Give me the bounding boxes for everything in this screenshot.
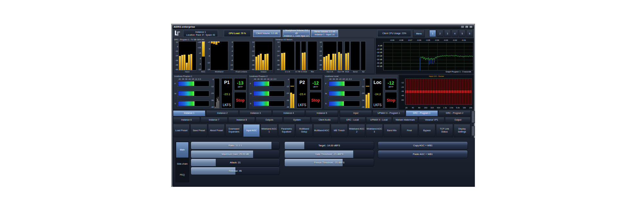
scale-tick: -24 [188, 78, 191, 80]
tab-wideband-agc-2[interactable]: Wideband AGC 2 [348, 124, 365, 137]
preset-button-5[interactable]: 5 [459, 30, 466, 37]
measure-status-box[interactable]: Stop [309, 92, 322, 108]
tab-instance-7[interactable]: Instance 7 [201, 117, 228, 123]
slider-target[interactable]: Target: -14.00 dBFS [284, 141, 374, 150]
tab-final[interactable]: Final [401, 124, 418, 137]
tab-nielsen-watermark[interactable]: Nielsen Watermark [393, 117, 418, 123]
tab-client-audio[interactable]: Client Audio [311, 117, 338, 123]
scale-tick: -36 [361, 99, 364, 101]
loudness-bar [328, 101, 360, 106]
preset-button-4[interactable]: 4 [451, 30, 458, 37]
slider-ratio[interactable]: Ratio: 11.1:1 [191, 141, 280, 150]
app-window: AERO.enterprise – ❐ ✕ Instance 1 Locatio… [172, 24, 475, 186]
lkfs-value: -23.1 [223, 93, 230, 96]
paste-agc-wb1-button[interactable]: Paste AGC + WB1 [378, 150, 468, 158]
tab-wideband-agc-1[interactable]: Wideband AGC 1 [260, 124, 277, 137]
short-term-bar [215, 107, 216, 108]
loudness-bar-fill [178, 91, 194, 96]
tab-upmax-ii-local[interactable]: UPMAX II - Local [366, 117, 392, 123]
scale-tick: -24 [263, 78, 266, 80]
graph-x-label: -0:05 [426, 39, 430, 41]
tab-instance-4[interactable]: Instance 4 [272, 110, 305, 116]
tab-about-preset[interactable]: About Preset [208, 124, 225, 137]
slider-gate-threshold[interactable]: Gate Threshold: -21 dBFS [284, 150, 374, 158]
preset-button-2[interactable]: 2 [437, 30, 443, 37]
side-tab-main[interactable]: Main [176, 142, 189, 158]
loudness-bar-row: M [250, 91, 285, 96]
linear-acoustic-logo [174, 30, 181, 37]
slider-attack[interactable]: Attack: 21 [191, 159, 280, 167]
tab-verance-vp1[interactable]: Verance VP1 [419, 117, 444, 123]
tab-output[interactable]: Output [445, 117, 471, 123]
meter-bar [332, 54, 334, 70]
tab-multiband-setup[interactable]: Multiband Setup [296, 124, 312, 137]
tab-bypass[interactable]: Bypass [419, 124, 435, 137]
scale-tick: -24 [338, 78, 341, 80]
tab-instance-2[interactable]: Instance 2 [206, 110, 239, 116]
tab-downward-expanders[interactable]: Downward Expanders [225, 124, 242, 137]
measure-status-box[interactable]: Stop [234, 92, 246, 108]
tab-instance-1[interactable]: Instance 1 [173, 110, 205, 116]
io-meter-group: In 1-6 [280, 41, 295, 73]
measure-status-box[interactable]: Stop [385, 92, 397, 108]
menu-button[interactable]: Menu [413, 30, 425, 37]
copy-agc-wb1-button[interactable]: Copy AGC + WB1 [378, 141, 468, 150]
tab-instance-6[interactable]: Instance 6 [173, 117, 200, 123]
loudness-bar-row: F [250, 81, 285, 86]
loudness-bar [177, 81, 209, 86]
headphone-volume-button[interactable]: Headphone Volume: 0.0 dB Instance 1 - Co… [283, 30, 310, 37]
minimize-button[interactable]: – [461, 25, 464, 28]
tab-system[interactable]: System [283, 117, 310, 123]
slider-freeze-threshold[interactable]: Freeze Threshold: -31 dBFS [284, 159, 374, 167]
tab-instance-3[interactable]: Instance 3 [239, 110, 272, 116]
loudness-bar [328, 81, 360, 86]
tab-tcp-link-status[interactable]: TCP Link Status [436, 124, 453, 137]
loudness-trace [420, 55, 473, 60]
tab-upmax-ii-program-1[interactable]: UPMAX II - Program 1 [373, 110, 405, 116]
meter-section: +60-6-12-18Multiband [206, 41, 228, 73]
loudness-graph-panel: -6 dB-12 dB-18 dB-24 dB-30 dB-36 dB-42 d… [376, 38, 474, 74]
preset-button-6[interactable]: 6 [466, 30, 473, 37]
slider-maximum-gain[interactable]: Maximum Gain: 25.00 dB [191, 150, 280, 158]
preset-button-3[interactable]: 3 [444, 30, 451, 37]
tab-drc-program-1[interactable]: DRC - Program 1 [406, 110, 438, 116]
tabstrip-drag-grip[interactable] [471, 111, 475, 123]
slider-release[interactable]: Release: 45 [191, 167, 280, 175]
true-peak-value: -13 [237, 81, 243, 86]
tab-multiband-agc[interactable]: Multiband AGC [313, 124, 330, 137]
loudness-bar-row: F [175, 81, 209, 86]
spectrum-y-label: -48 [401, 95, 404, 96]
tab-input[interactable]: Input [340, 110, 372, 116]
loudness-h-scale: -42-36-30-24-18-12-60 [253, 78, 276, 80]
scale-tick: 12 [277, 41, 279, 43]
processtabs-drag-grip[interactable] [471, 126, 475, 136]
tab-wideband-agc-3[interactable]: Wideband AGC 3 [366, 124, 383, 137]
tab-drc-local[interactable]: DRC - Local [340, 117, 365, 123]
restore-button[interactable]: ❐ [465, 25, 469, 28]
tab-instance-5[interactable]: Instance 5 [306, 110, 338, 116]
loudness-bar-label: F [250, 83, 253, 85]
tab-parametric-equalizer[interactable]: Parametric Equalizer [278, 124, 295, 137]
tab-mb-thresh[interactable]: MB Thresh [331, 124, 347, 137]
meter-label: In 9/10 [301, 70, 307, 73]
tab-display-settings[interactable]: Display Settings [454, 124, 470, 137]
program-id: P2 [299, 80, 305, 85]
tab-outputs[interactable]: Outputs [256, 117, 283, 123]
drc-panel-title: DRC - Program 1 - TV 5B GEN (M) [174, 39, 204, 41]
stereo-volume-button[interactable]: Stereo Volume: 0.0 dB Instance 1 - Input… [311, 30, 338, 37]
scale-tick: -48 [361, 106, 364, 108]
tab-load-preset[interactable]: Load Preset [173, 124, 190, 137]
preset-button-1[interactable]: 1 [429, 30, 436, 37]
tab-drc-program-2[interactable]: DRC - Program 2 [439, 110, 471, 116]
tab-instance-8[interactable]: Instance 8 [228, 117, 255, 123]
spectrum-x-label: 80 [418, 107, 421, 109]
scale-tick: -36 [181, 78, 184, 80]
client-volume-button[interactable]: Client Volume: 0.0 dB [253, 30, 280, 37]
side-tab-side-chain[interactable]: Side-chain [176, 158, 189, 170]
tab-save-preset[interactable]: Save Preset [190, 124, 207, 137]
spectrum-band [405, 90, 472, 93]
close-button[interactable]: ✕ [469, 25, 473, 28]
side-tab-peq[interactable]: PEQ [176, 170, 189, 180]
tab-band-mix[interactable]: Band Mix [384, 124, 400, 137]
tab-input-agc[interactable]: Input AGC [243, 124, 260, 137]
